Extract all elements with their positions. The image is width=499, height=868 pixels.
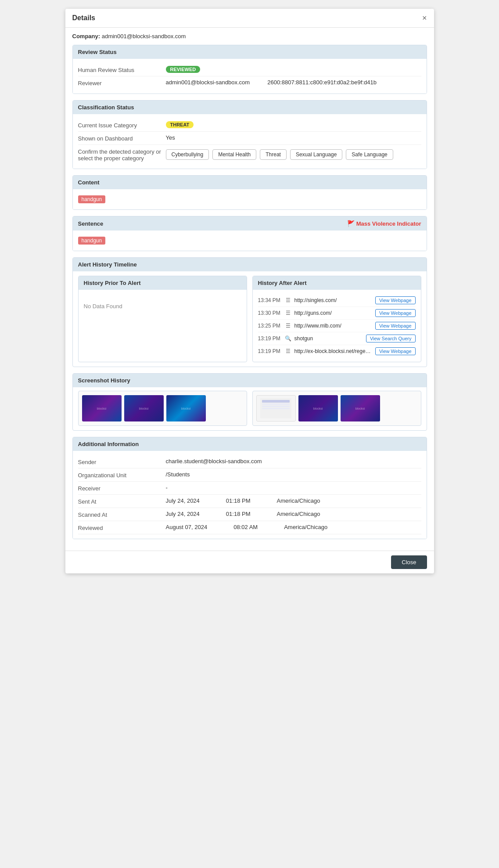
view-search-query-btn-4[interactable]: View Search Query — [366, 335, 416, 342]
history-after-row-3: 13:25 PM ☰ http://www.mlb.com/ View Webp… — [258, 320, 416, 332]
category-safe-language[interactable]: Safe Language — [346, 149, 393, 160]
review-status-section: Review Status Human Review Status REVIEW… — [72, 45, 427, 94]
sent-at-date: July 24, 2024 — [166, 497, 200, 504]
screenshot-group-right: blocksi blocksi — [252, 391, 421, 426]
sender-label: Sender — [78, 458, 166, 465]
content-section: Content handgun — [72, 175, 427, 210]
confirm-category-row: Confirm the detected category or select … — [78, 145, 421, 164]
history-time-2: 13:30 PM — [258, 310, 282, 316]
shown-dashboard-label: Shown on Dashboard — [78, 134, 166, 142]
sent-at-label: Sent At — [78, 497, 166, 505]
sentence-section: Sentence 🚩 Mass Violence Indicator handg… — [72, 216, 427, 251]
history-time-3: 13:25 PM — [258, 323, 282, 329]
history-prior-title: History Prior To Alert — [79, 276, 247, 290]
category-mental-health[interactable]: Mental Health — [212, 149, 256, 160]
human-review-row: Human Review Status REVIEWED — [78, 63, 421, 76]
modal-footer: Close — [65, 551, 434, 573]
history-url-4: shotgun — [294, 335, 363, 342]
classification-status-body: Current Issue Category THREAT Shown on D… — [73, 114, 427, 169]
human-review-value: REVIEWED — [166, 66, 421, 73]
scanned-at-label: Scanned At — [78, 511, 166, 518]
modal-title: Details — [72, 14, 95, 22]
no-data-text: No Data Found — [84, 294, 241, 318]
org-unit-value: /Students — [166, 471, 421, 478]
additional-info-body: Sender charlie.student@blocksi-sandbox.c… — [73, 451, 427, 539]
confirm-category-value: Cyberbullying Mental Health Threat Sexua… — [166, 148, 421, 160]
human-review-label: Human Review Status — [78, 66, 166, 73]
shown-dashboard-value: Yes — [166, 134, 421, 141]
content-header: Content — [73, 176, 427, 189]
webpage-icon-1: ☰ — [285, 297, 292, 303]
screenshot-thumb-4: blocksi — [298, 395, 338, 421]
scanned-at-date: July 24, 2024 — [166, 511, 200, 517]
sender-value: charlie.student@blocksi-sandbox.com — [166, 458, 421, 465]
reviewed-date: August 07, 2024 — [166, 524, 208, 530]
review-status-header: Review Status — [73, 45, 427, 59]
review-status-body: Human Review Status REVIEWED Reviewer ad… — [73, 59, 427, 94]
webpage-icon-2: ☰ — [285, 310, 292, 316]
confirm-category-label: Confirm the detected category or select … — [78, 148, 166, 162]
category-threat[interactable]: Threat — [260, 149, 287, 160]
receiver-label: Receiver — [78, 484, 166, 492]
reviewer-value: admin001@blocksi-sandbox.com 2600:8807:8… — [166, 79, 421, 86]
screenshot-row: blocksi blocksi blocksi — [78, 391, 421, 426]
company-line: Company: admin001@blocksi-sandbox.com — [72, 33, 427, 40]
history-after-row-1: 13:34 PM ☰ http://singles.com/ View Webp… — [258, 294, 416, 307]
reviewed-label: Reviewed — [78, 524, 166, 531]
scanned-at-row: Scanned At July 24, 2024 01:18 PM Americ… — [78, 508, 421, 521]
sent-at-row: Sent At July 24, 2024 01:18 PM America/C… — [78, 495, 421, 508]
screenshot-thumb-white-1 — [256, 395, 296, 421]
view-webpage-btn-2[interactable]: View Webpage — [375, 309, 416, 317]
reviewer-email: admin001@blocksi-sandbox.com — [166, 79, 250, 86]
webpage-icon-3: ☰ — [285, 323, 292, 329]
search-icon-4: 🔍 — [285, 335, 292, 342]
screenshot-section-body: blocksi blocksi blocksi — [73, 391, 427, 430]
sentence-body: handgun — [73, 231, 427, 251]
mass-violence-label: Mass Violence Indicator — [356, 220, 421, 227]
screenshot-history-section: Screenshot History blocksi blocksi — [72, 373, 427, 431]
scanned-at-value: July 24, 2024 01:18 PM America/Chicago — [166, 511, 421, 517]
modal-body: Company: admin001@blocksi-sandbox.com Re… — [65, 28, 434, 551]
sentence-title: Sentence — [78, 220, 104, 227]
sender-row: Sender charlie.student@blocksi-sandbox.c… — [78, 455, 421, 468]
category-buttons: Cyberbullying Mental Health Threat Sexua… — [166, 149, 421, 160]
category-cyberbullying[interactable]: Cyberbullying — [166, 149, 209, 160]
current-issue-value: THREAT — [166, 121, 421, 128]
scanned-at-tz: America/Chicago — [277, 511, 320, 517]
reviewed-time: 08:02 AM — [233, 524, 258, 530]
current-issue-label: Current Issue Category — [78, 121, 166, 129]
screenshot-thumb-1: blocksi — [82, 395, 122, 421]
history-time-4: 13:19 PM — [258, 335, 282, 342]
view-webpage-btn-3[interactable]: View Webpage — [375, 322, 416, 330]
close-x-button[interactable]: × — [422, 14, 427, 22]
alert-history-grid: History Prior To Alert No Data Found His… — [73, 271, 427, 367]
screenshot-group-left: blocksi blocksi blocksi — [78, 391, 247, 426]
view-webpage-btn-5[interactable]: View Webpage — [375, 347, 416, 355]
view-webpage-btn-1[interactable]: View Webpage — [375, 296, 416, 304]
alert-history-section: Alert History Timeline History Prior To … — [72, 257, 427, 367]
content-body: handgun — [73, 189, 427, 209]
reviewer-row: Reviewer admin001@blocksi-sandbox.com 26… — [78, 76, 421, 89]
details-modal: Details × Company: admin001@blocksi-sand… — [65, 9, 434, 573]
mass-violence-indicator: 🚩 Mass Violence Indicator — [347, 220, 421, 227]
history-url-2: http://guns.com/ — [294, 310, 373, 316]
receiver-row: Receiver - — [78, 482, 421, 495]
screenshot-thumb-5: blocksi — [341, 395, 380, 421]
history-prior-card: History Prior To Alert No Data Found — [78, 276, 247, 362]
history-after-card: History After Alert 13:34 PM ☰ http://si… — [252, 276, 421, 362]
category-sexual-language[interactable]: Sexual Language — [290, 149, 342, 160]
alert-history-header: Alert History Timeline — [73, 258, 427, 271]
current-issue-row: Current Issue Category THREAT — [78, 119, 421, 132]
history-after-body: 13:34 PM ☰ http://singles.com/ View Webp… — [253, 290, 421, 362]
reviewer-label: Reviewer — [78, 79, 166, 86]
close-button[interactable]: Close — [391, 555, 427, 569]
sentence-tag: handgun — [78, 237, 106, 245]
history-after-row-4: 13:19 PM 🔍 shotgun View Search Query — [258, 332, 416, 345]
classification-status-section: Classification Status Current Issue Cate… — [72, 100, 427, 169]
history-after-row-2: 13:30 PM ☰ http://guns.com/ View Webpage — [258, 307, 416, 320]
history-url-3: http://www.mlb.com/ — [294, 323, 373, 329]
webpage-icon-5: ☰ — [285, 348, 292, 354]
reviewer-hash: 2600:8807:8811:c800:e91f:d0a2:be9f:d41b — [267, 79, 377, 86]
history-after-title: History After Alert — [253, 276, 421, 290]
modal-header: Details × — [65, 9, 434, 28]
